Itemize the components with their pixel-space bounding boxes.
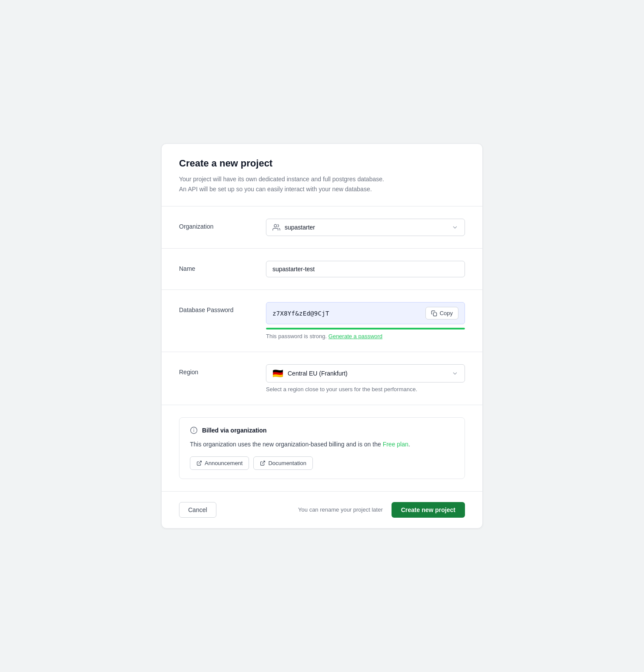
info-icon	[190, 426, 198, 434]
organization-select[interactable]: supastarter	[266, 219, 465, 236]
billing-buttons: Announcement Documentation	[190, 456, 454, 470]
create-project-card: Create a new project Your project will h…	[161, 143, 483, 528]
external-link-icon	[196, 460, 202, 466]
name-label: Name	[179, 261, 249, 272]
password-label: Database Password	[179, 302, 249, 313]
password-strength-fill	[266, 328, 465, 329]
name-section: Name	[162, 249, 482, 290]
billing-section: Billed via organization This organizatio…	[162, 405, 482, 491]
password-row: Database Password z7X8Yf&zEd@9CjT Copy	[179, 302, 465, 339]
region-flag: 🇩🇪	[272, 369, 283, 378]
password-hint-static: This password is strong.	[266, 333, 327, 339]
password-input-wrapper: z7X8Yf&zEd@9CjT Copy	[266, 302, 465, 324]
header-description: Your project will have its own dedicated…	[179, 174, 465, 194]
card-footer: Cancel You can rename your project later…	[162, 492, 482, 528]
svg-line-6	[262, 461, 265, 463]
organization-label: Organization	[179, 219, 249, 230]
rename-hint: You can rename your project later	[298, 506, 383, 513]
page-title: Create a new project	[179, 158, 465, 169]
docs-external-link-icon	[260, 460, 266, 466]
password-field-container: z7X8Yf&zEd@9CjT Copy This password is st…	[266, 302, 465, 339]
card-header: Create a new project Your project will h…	[162, 144, 482, 206]
password-strength-bar	[266, 328, 465, 329]
region-row: Region 🇩🇪 Central EU (Frankfurt) Select …	[179, 364, 465, 393]
region-field: 🇩🇪 Central EU (Frankfurt) Select a regio…	[266, 364, 465, 393]
copy-label: Copy	[440, 310, 453, 316]
region-hint: Select a region close to your users for …	[266, 386, 465, 393]
announcement-button[interactable]: Announcement	[190, 456, 249, 470]
region-select[interactable]: 🇩🇪 Central EU (Frankfurt)	[266, 364, 465, 383]
copy-icon	[431, 310, 437, 316]
billing-description-prefix: This organization uses the new organizat…	[190, 441, 383, 448]
region-chevron-icon	[451, 370, 458, 377]
password-section: Database Password z7X8Yf&zEd@9CjT Copy	[162, 290, 482, 352]
chevron-icon	[451, 224, 458, 231]
documentation-button[interactable]: Documentation	[253, 456, 312, 470]
billing-text: This organization uses the new organizat…	[190, 439, 454, 449]
name-field	[266, 261, 465, 277]
copy-button[interactable]: Copy	[425, 307, 458, 319]
region-value: Central EU (Frankfurt)	[288, 370, 447, 377]
org-icon	[272, 223, 280, 231]
region-section: Region 🇩🇪 Central EU (Frankfurt) Select …	[162, 352, 482, 405]
generate-password-link[interactable]: Generate a password	[329, 333, 382, 339]
organization-field: supastarter	[266, 219, 465, 236]
create-project-button[interactable]: Create new project	[392, 502, 465, 518]
billing-title: Billed via organization	[202, 427, 267, 434]
free-plan-link[interactable]: Free plan	[383, 441, 408, 448]
svg-point-0	[274, 224, 277, 227]
organization-value: supastarter	[285, 224, 447, 231]
footer-right: You can rename your project later Create…	[298, 502, 465, 518]
billing-description-suffix: .	[408, 441, 410, 448]
password-value: z7X8Yf&zEd@9CjT	[272, 310, 421, 317]
svg-rect-1	[433, 313, 437, 316]
name-input[interactable]	[266, 261, 465, 277]
documentation-label: Documentation	[268, 460, 306, 466]
svg-line-5	[199, 461, 201, 463]
description-line1: Your project will have its own dedicated…	[179, 176, 384, 183]
organization-section: Organization supastarter	[162, 206, 482, 249]
password-hint: This password is strong. Generate a pass…	[266, 333, 465, 339]
cancel-button[interactable]: Cancel	[179, 502, 216, 518]
description-line2: An API will be set up so you can easily …	[179, 186, 372, 193]
region-label: Region	[179, 364, 249, 376]
billing-header: Billed via organization	[190, 426, 454, 434]
announcement-label: Announcement	[205, 460, 242, 466]
billing-box: Billed via organization This organizatio…	[179, 417, 465, 479]
